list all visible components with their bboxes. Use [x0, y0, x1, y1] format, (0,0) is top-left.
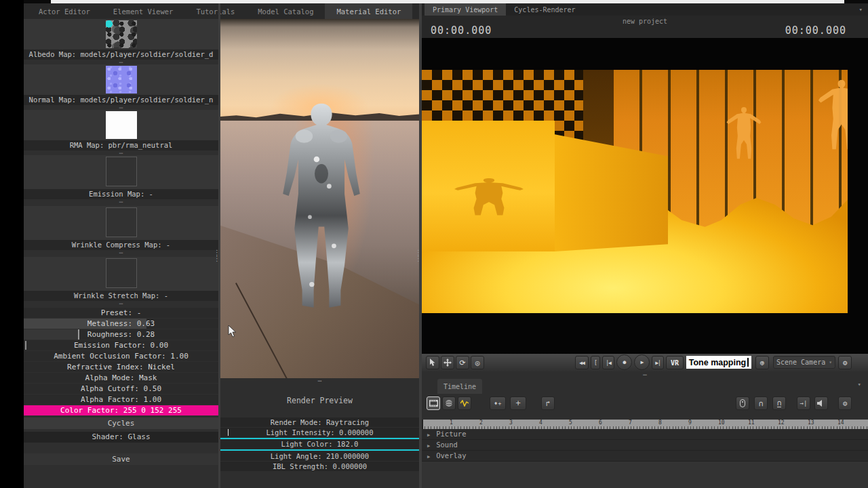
render-setting-row[interactable]: Light Angle: 210.000000	[220, 451, 419, 461]
map-thumbnail-slot[interactable]	[24, 257, 218, 291]
mouse-icon	[740, 399, 745, 407]
property-row[interactable]: Alpha Cutoff: 0.50	[24, 384, 218, 394]
render-setting-row[interactable]: Light Intensity: 0.000000	[220, 428, 419, 437]
timeline-playhead[interactable]	[422, 420, 423, 429]
curves-view-toggle[interactable]	[442, 396, 456, 410]
rotate-tool-button[interactable]: ⟳	[456, 356, 469, 369]
viewport-settings-button[interactable]: ⚙	[838, 356, 852, 369]
track-row-overlay[interactable]: ▶Overlay	[422, 451, 868, 462]
magnet-snap-button[interactable]: ∩	[754, 396, 768, 410]
tab-cycles-renderer[interactable]: Cycles-Renderer	[506, 3, 583, 16]
property-row[interactable]: Ambient Occlusion Factor: 1.00	[24, 351, 218, 361]
property-row[interactable]: Refractive Index: Nickel	[24, 362, 218, 372]
scene-camera-dropdown[interactable]: Scene Camera ▾	[773, 356, 835, 369]
property-row[interactable]: Alpha Mode: Mask	[24, 373, 218, 383]
tab-element-viewer[interactable]: Element Viewer	[102, 3, 185, 19]
vr-toggle-button[interactable]: VR	[666, 356, 684, 369]
select-tool-button[interactable]	[426, 356, 439, 369]
timeline-ruler[interactable]: 1234567891011121314	[422, 420, 868, 429]
render-setting-row[interactable]: Light Color: 182.0	[220, 439, 419, 449]
divider-drag-handle[interactable]: ⋮ ⋮	[214, 249, 220, 262]
mute-audio-button[interactable]	[814, 396, 828, 410]
tone-mapping-field[interactable]: Tone mapping	[686, 356, 751, 369]
render-preview-image[interactable]	[220, 19, 419, 378]
divider-drag-handle[interactable]: ⋮ ⋮	[415, 249, 422, 262]
map-thumbnail-empty[interactable]	[106, 207, 137, 237]
property-row[interactable]: Color Factor: 255 0 152 255	[24, 405, 218, 415]
map-separator-handle[interactable]: ⋯	[24, 60, 218, 64]
property-row[interactable]: Alpha Factor: 1.00	[24, 394, 218, 405]
render-settings-rows: Render Mode: RaytracingLight Intensity: …	[220, 418, 419, 471]
soldier-character	[273, 99, 370, 316]
map-thumbnail-slot[interactable]	[24, 64, 218, 95]
application-window: Actor EditorElement ViewerTutorialsModel…	[0, 0, 868, 488]
tab-timeline[interactable]: Timeline	[437, 379, 482, 394]
map-label: Wrinkle Compress Map: -	[24, 240, 218, 250]
loop-start-button[interactable]: [	[591, 356, 600, 369]
focus-target-button[interactable]: ⊕	[755, 356, 769, 369]
tab-material-editor[interactable]: Material Editor	[325, 3, 412, 19]
map-thumbnail-camo[interactable]	[106, 20, 137, 48]
cursor-snap-button[interactable]	[736, 396, 749, 410]
property-row[interactable]: Emission Factor: 0.00	[24, 340, 218, 350]
turn-up-arrow-icon: ↱	[546, 399, 551, 408]
timeline-settings-button[interactable]: ⚙	[838, 396, 852, 410]
map-separator-handle[interactable]: ⋯	[24, 105, 218, 110]
shader-row[interactable]: Shader: Glass	[24, 432, 218, 443]
add-keyframe-button[interactable]: ♦+	[490, 396, 506, 410]
expand-arrow-icon[interactable]: ▶	[427, 432, 430, 438]
map-thumbnail-slot[interactable]	[24, 155, 218, 189]
map-thumbnail-slot[interactable]	[24, 110, 218, 140]
target-reticle-icon: ⊕	[760, 359, 765, 367]
map-separator-handle[interactable]: ⋯	[24, 199, 218, 206]
tab-tutorials[interactable]: Tutorials	[184, 3, 246, 19]
film-strip-icon	[429, 400, 438, 407]
map-thumbnail-slot[interactable]	[24, 19, 218, 49]
move-tool-button[interactable]	[441, 356, 454, 369]
skip-to-start-button[interactable]: |◀	[602, 356, 614, 369]
timeline-resize-handle[interactable]: ⋯	[422, 372, 868, 378]
play-button[interactable]: ▶	[634, 354, 650, 370]
track-row-picture[interactable]: ▶Picture	[422, 429, 868, 440]
viewport-3d[interactable]	[422, 38, 868, 354]
panel-resize-handle[interactable]: ⋯	[220, 378, 419, 384]
orbit-tool-button[interactable]: ◎	[471, 356, 484, 369]
scene-camera-label: Scene Camera	[776, 359, 825, 366]
magnet-strong-snap-button[interactable]: ∩	[772, 396, 786, 410]
expand-arrow-icon[interactable]: ▶	[427, 454, 430, 460]
timeline-menu-icon[interactable]: ▾	[858, 381, 861, 388]
render-setting-row[interactable]: Render Mode: Raytracing	[220, 418, 419, 427]
viewport-menu-icon[interactable]: ▾	[859, 6, 863, 13]
tab-model-catalog[interactable]: Model Catalog	[246, 3, 325, 19]
film-view-toggle[interactable]	[427, 396, 440, 410]
move-up-level-button[interactable]: ↱	[541, 396, 555, 410]
property-row[interactable]: Roughness: 0.28	[24, 329, 218, 340]
map-thumbnail-slot[interactable]	[24, 206, 218, 240]
tab-actor-editor[interactable]: Actor Editor	[27, 3, 102, 19]
expand-arrow-icon[interactable]: ▶	[427, 443, 430, 449]
map-separator-handle[interactable]: ⋯	[24, 150, 218, 155]
timecode-total: 00:00.000	[785, 24, 846, 37]
property-row[interactable]: Preset: -	[24, 308, 218, 318]
add-track-button[interactable]: +	[510, 396, 526, 410]
material-property-list: Preset: -Metalness: 0.63Roughness: 0.28E…	[24, 308, 218, 415]
record-button[interactable]: ●	[616, 354, 632, 370]
track-row-sound[interactable]: ▶Sound	[422, 440, 868, 451]
timeline-section: ⋯ ▾ Timeline ♦+ + ↱ ∩	[422, 371, 868, 488]
map-thumbnail-normal[interactable]	[106, 66, 137, 94]
render-preview-panel: ⋯ Render Preview Render Mode: Raytracing…	[220, 19, 419, 488]
skip-to-end-button[interactable]: ▶|	[652, 356, 664, 369]
keyframe-icon: ♦	[494, 401, 498, 407]
waveform-view-toggle[interactable]	[458, 396, 471, 410]
render-setting-row[interactable]: IBL Strength: 0.000000	[220, 462, 419, 471]
jump-to-end-button[interactable]: →|	[797, 396, 810, 410]
map-separator-handle[interactable]: ⋯	[24, 301, 218, 308]
map-thumbnail-empty[interactable]	[106, 258, 137, 288]
map-thumbnail-empty[interactable]	[106, 157, 137, 186]
save-button[interactable]: Save	[24, 453, 218, 465]
rewind-button[interactable]: ◀◀	[575, 356, 589, 369]
map-thumbnail-white[interactable]	[106, 111, 137, 139]
property-row[interactable]: Metalness: 0.63	[24, 319, 218, 329]
map-separator-handle[interactable]: ⋯	[24, 250, 218, 257]
tab-primary-viewport[interactable]: Primary Viewport	[425, 3, 506, 16]
